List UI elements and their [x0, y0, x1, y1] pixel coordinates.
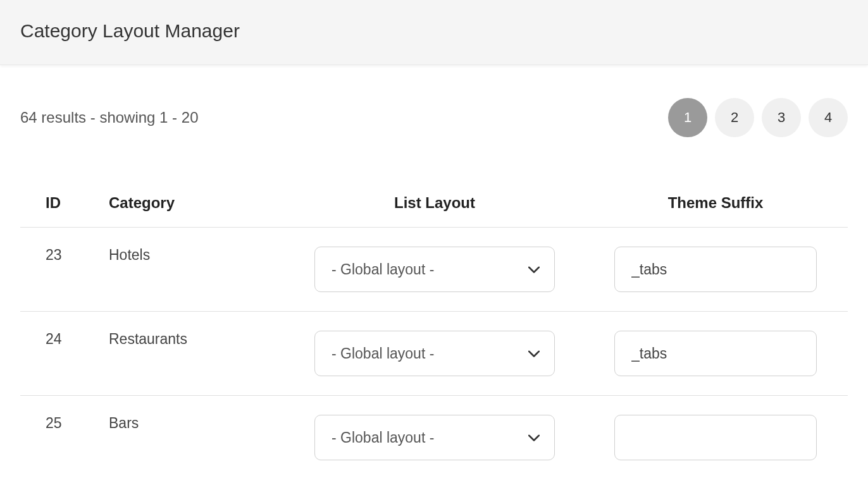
- cell-theme-suffix: [583, 396, 848, 479]
- cell-id: 25: [20, 396, 109, 479]
- content-area: 64 results - showing 1 - 20 1 2 3 4 ID C…: [0, 65, 868, 478]
- page-button-3[interactable]: 3: [762, 98, 801, 137]
- page-button-1[interactable]: 1: [668, 98, 707, 137]
- theme-suffix-input[interactable]: [614, 415, 817, 460]
- results-summary: 64 results - showing 1 - 20: [20, 109, 198, 126]
- cell-category: Restaurants: [109, 312, 286, 396]
- list-layout-select-wrap: - Global layout -: [314, 247, 555, 292]
- cell-theme-suffix: [583, 312, 848, 396]
- theme-suffix-input[interactable]: [614, 247, 817, 292]
- page-header: Category Layout Manager: [0, 0, 868, 65]
- theme-suffix-input[interactable]: [614, 331, 817, 376]
- cell-list-layout: - Global layout -: [286, 228, 583, 312]
- page-title: Category Layout Manager: [20, 20, 848, 42]
- column-header-id: ID: [20, 181, 109, 228]
- cell-id: 24: [20, 312, 109, 396]
- cell-list-layout: - Global layout -: [286, 312, 583, 396]
- table-row: 25 Bars - Global layout -: [20, 396, 848, 479]
- cell-theme-suffix: [583, 228, 848, 312]
- page-button-4[interactable]: 4: [809, 98, 848, 137]
- cell-id: 23: [20, 228, 109, 312]
- cell-category: Hotels: [109, 228, 286, 312]
- list-layout-select[interactable]: - Global layout -: [314, 331, 555, 376]
- results-bar: 64 results - showing 1 - 20 1 2 3 4: [20, 65, 848, 162]
- table-row: 24 Restaurants - Global layout -: [20, 312, 848, 396]
- list-layout-select[interactable]: - Global layout -: [314, 247, 555, 292]
- column-header-list-layout: List Layout: [286, 181, 583, 228]
- cell-category: Bars: [109, 396, 286, 479]
- table-row: 23 Hotels - Global layout -: [20, 228, 848, 312]
- column-header-theme-suffix: Theme Suffix: [583, 181, 848, 228]
- column-header-category: Category: [109, 181, 286, 228]
- list-layout-select-wrap: - Global layout -: [314, 331, 555, 376]
- pagination: 1 2 3 4: [668, 98, 848, 137]
- cell-list-layout: - Global layout -: [286, 396, 583, 479]
- category-table: ID Category List Layout Theme Suffix 23 …: [20, 181, 848, 478]
- page-button-2[interactable]: 2: [715, 98, 754, 137]
- list-layout-select-wrap: - Global layout -: [314, 415, 555, 460]
- list-layout-select[interactable]: - Global layout -: [314, 415, 555, 460]
